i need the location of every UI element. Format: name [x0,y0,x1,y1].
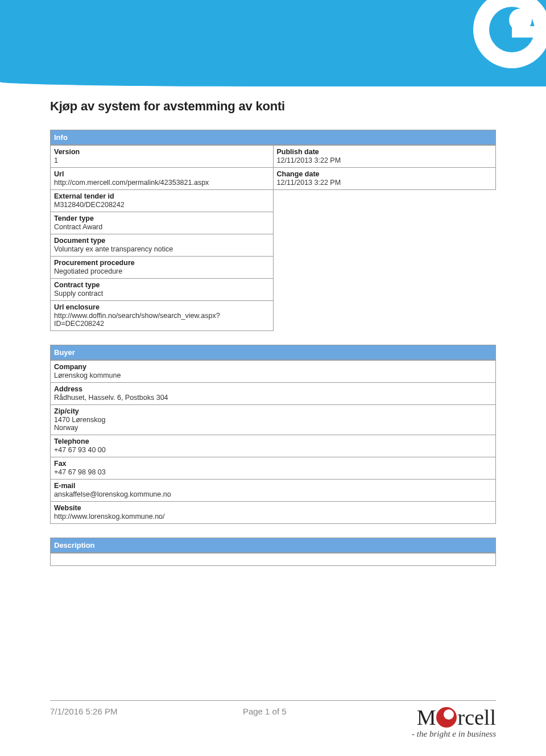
label-procurement: Procurement procedure [54,259,270,267]
info-cell-external-id: External tender id M312840/DEC208242 [51,190,274,212]
info-cell-contract-type: Contract type Supply contract [51,279,274,301]
value-telephone: +47 67 93 40 00 [54,446,492,454]
info-cell-procurement: Procurement procedure Negotiated procedu… [51,257,274,279]
value-external-id: M312840/DEC208242 [54,201,270,209]
label-contract-type: Contract type [54,281,270,289]
label-change-date: Change date [277,170,493,178]
label-company: Company [54,363,492,371]
buyer-cell-fax: Fax +47 67 98 98 03 [51,457,496,480]
label-tender-type: Tender type [54,214,270,222]
label-fax: Fax [54,460,492,468]
mercell-wordmark: M rcell [412,707,496,728]
info-cell-change-date: Change date 12/11/2013 3:22 PM [273,168,496,190]
empty-cell [273,301,496,331]
value-fax: +47 67 98 98 03 [54,468,492,476]
page-content: Kjøp av system for avstemming av konti I… [0,86,546,566]
value-zipcity: 1470 Lørenskog Norway [54,416,492,432]
buyer-cell-company: Company Lørenskog kommune [51,361,496,383]
empty-cell [273,279,496,301]
label-zipcity: Zip/city [54,407,492,415]
label-document-type: Document type [54,237,270,245]
label-address: Address [54,385,492,393]
brand-post: rcell [457,707,496,728]
description-section-header: Description [50,538,496,553]
empty-cell [273,234,496,257]
brand-e-icon [436,707,457,728]
brand-pre: M [417,707,436,728]
info-cell-url: Url http://com.mercell.com/permalink/423… [51,168,274,190]
label-url-enclosure: Url enclosure [54,303,270,311]
value-email: anskaffelse@lorenskog.kommune.no [54,490,492,498]
page-title: Kjøp av system for avstemming av konti [50,99,496,114]
buyer-cell-address: Address Rådhuset, Hasselv. 6, Postboks 3… [51,383,496,405]
page-footer: 7/1/2016 5:26 PM Page 1 of 5 M rcell - t… [50,700,496,739]
svg-point-3 [509,9,532,31]
info-cell-tender-type: Tender type Contract Award [51,212,274,234]
info-cell-publish-date: Publish date 12/11/2013 3:22 PM [273,146,496,168]
label-external-id: External tender id [54,192,270,200]
label-website: Website [54,504,492,512]
buyer-section-header: Buyer [50,345,496,360]
value-procurement: Negotiated procedure [54,267,270,275]
value-contract-type: Supply contract [54,290,270,298]
value-version: 1 [54,156,270,164]
info-section-header: Info [50,130,496,145]
label-publish-date: Publish date [277,148,493,156]
info-table: Version 1 Publish date 12/11/2013 3:22 P… [50,145,496,331]
footer-logo: M rcell - the bright e in business [412,707,496,739]
value-address: Rådhuset, Hasselv. 6, Postboks 304 [54,394,492,402]
info-cell-url-enclosure: Url enclosure http://www.doffin.no/searc… [51,301,274,331]
brand-tagline: - the bright e in business [412,729,496,739]
buyer-cell-telephone: Telephone +47 67 93 40 00 [51,435,496,457]
description-table [50,553,496,566]
label-telephone: Telephone [54,437,492,445]
value-publish-date: 12/11/2013 3:22 PM [277,156,493,164]
value-url: http://com.mercell.com/permalink/4235382… [54,179,270,187]
empty-cell [273,212,496,234]
info-cell-document-type: Document type Voluntary ex ante transpar… [51,234,274,257]
label-version: Version [54,148,270,156]
brand-e-icon [455,0,546,86]
value-tender-type: Contract Award [54,223,270,231]
footer-page: Page 1 of 5 [243,707,287,716]
buyer-cell-zipcity: Zip/city 1470 Lørenskog Norway [51,405,496,435]
empty-cell [273,190,496,212]
label-url: Url [54,170,270,178]
label-email: E-mail [54,482,492,490]
info-cell-version: Version 1 [51,146,274,168]
footer-date: 7/1/2016 5:26 PM [50,707,117,716]
value-company: Lørenskog kommune [54,371,492,379]
buyer-cell-email: E-mail anskaffelse@lorenskog.kommune.no [51,480,496,502]
value-change-date: 12/11/2013 3:22 PM [277,179,493,187]
buyer-table: Company Lørenskog kommune Address Rådhus… [50,360,496,524]
value-document-type: Voluntary ex ante transparency notice [54,245,270,253]
header-banner [0,0,546,86]
description-body [51,553,496,566]
buyer-cell-website: Website http://www.lorenskog.kommune.no/ [51,502,496,524]
value-website: http://www.lorenskog.kommune.no/ [54,513,492,520]
empty-cell [273,257,496,279]
value-url-enclosure: http://www.doffin.no/search/show/search_… [54,312,270,328]
